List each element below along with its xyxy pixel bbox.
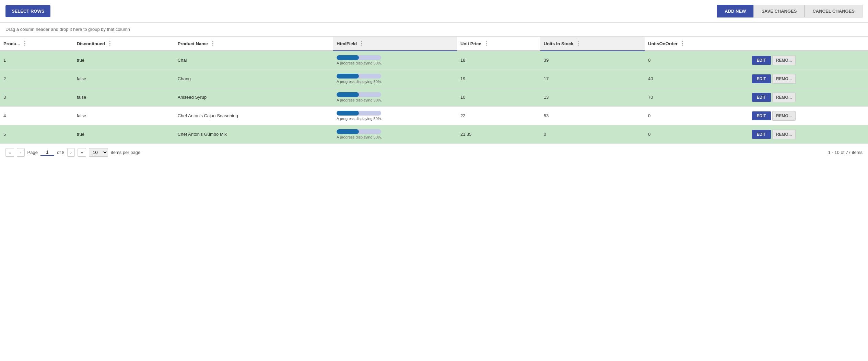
progress-bar-bg <box>337 111 381 116</box>
toolbar-left: SELECT ROWS <box>5 5 50 17</box>
remove-button[interactable]: REMO... <box>772 74 796 84</box>
cell-product-name: Chef Anton's Gumbo Mix <box>174 125 333 144</box>
progress-bar-bg <box>337 74 381 79</box>
progress-bar-fill <box>337 129 359 134</box>
select-rows-button[interactable]: SELECT ROWS <box>5 5 50 17</box>
table-row: 4falseChef Anton's Cajun Seasoning A pro… <box>0 107 868 125</box>
col-menu-icon-html_field[interactable]: ⋮ <box>359 41 364 46</box>
data-table: Produ...⋮Discontinued⋮Product Name⋮HtmlF… <box>0 36 868 144</box>
edit-button[interactable]: EDIT <box>752 56 771 65</box>
cell-discontinued: false <box>73 70 174 88</box>
action-cell: EDIT REMO... <box>752 130 865 139</box>
col-menu-icon-units_on_order[interactable]: ⋮ <box>680 41 685 46</box>
col-header-units_on_order: UnitsOnOrder⋮ <box>645 37 749 51</box>
col-menu-icon-product_name[interactable]: ⋮ <box>210 41 215 46</box>
items-per-page-label: items per page <box>111 150 140 155</box>
cell-units-in-stock: 39 <box>540 51 645 70</box>
progress-bar-fill <box>337 111 359 116</box>
last-page-button[interactable]: » <box>78 148 86 157</box>
col-label-units_on_order: UnitsOnOrder <box>648 41 678 46</box>
cell-html-field: A progress displaying 50%. <box>333 107 457 125</box>
cell-html-field: A progress displaying 50%. <box>333 125 457 144</box>
col-header-html_field: HtmlField⋮ <box>333 37 457 51</box>
col-menu-icon-product_id[interactable]: ⋮ <box>22 41 27 46</box>
action-cell: EDIT REMO... <box>752 93 865 102</box>
progress-container: A progress displaying 50%. <box>337 111 454 121</box>
col-header-actions <box>749 37 868 51</box>
cell-id: 2 <box>0 70 73 88</box>
edit-button[interactable]: EDIT <box>752 130 771 139</box>
remove-button[interactable]: REMO... <box>772 93 796 102</box>
progress-bar-bg <box>337 92 381 97</box>
save-changes-button[interactable]: SAVE CHANGES <box>753 5 805 17</box>
col-header-product_name: Product Name⋮ <box>174 37 333 51</box>
cell-units-on-order: 0 <box>645 125 749 144</box>
col-label-product_id: Produ... <box>3 41 20 46</box>
per-page-select[interactable]: 102050100 <box>89 148 108 157</box>
table-row: 5trueChef Anton's Gumbo Mix A progress d… <box>0 125 868 144</box>
next-page-button[interactable]: › <box>67 148 75 157</box>
remove-button[interactable]: REMO... <box>772 56 796 65</box>
col-header-units_in_stock: Units In Stock⋮ <box>540 37 645 51</box>
action-cell: EDIT REMO... <box>752 74 865 84</box>
edit-button[interactable]: EDIT <box>752 111 771 120</box>
col-menu-icon-unit_price[interactable]: ⋮ <box>483 41 489 46</box>
col-header-discontinued: Discontinued⋮ <box>73 37 174 51</box>
cell-id: 3 <box>0 88 73 107</box>
cell-units-on-order: 0 <box>645 51 749 70</box>
progress-bar-fill <box>337 74 359 79</box>
table-header-row: Produ...⋮Discontinued⋮Product Name⋮HtmlF… <box>0 37 868 51</box>
page-number-input[interactable] <box>40 149 54 156</box>
cell-unit-price: 10 <box>457 88 540 107</box>
table-row: 3falseAniseed Syrup A progress displayin… <box>0 88 868 107</box>
col-menu-icon-units_in_stock[interactable]: ⋮ <box>575 41 581 46</box>
cell-units-in-stock: 53 <box>540 107 645 125</box>
progress-container: A progress displaying 50%. <box>337 92 454 102</box>
progress-container: A progress displaying 50%. <box>337 74 454 84</box>
cell-html-field: A progress displaying 50%. <box>333 88 457 107</box>
action-cell: EDIT REMO... <box>752 111 865 121</box>
cell-product-name: Chai <box>174 51 333 70</box>
toolbar: SELECT ROWS ADD NEW SAVE CHANGES CANCEL … <box>0 0 868 23</box>
progress-label: A progress displaying 50%. <box>337 80 454 84</box>
drag-hint: Drag a column header and drop it here to… <box>0 23 868 36</box>
first-page-button[interactable]: « <box>5 148 14 157</box>
cell-units-on-order: 70 <box>645 88 749 107</box>
table-row: 2falseChang A progress displaying 50%. 1… <box>0 70 868 88</box>
action-cell: EDIT REMO... <box>752 56 865 65</box>
progress-container: A progress displaying 50%. <box>337 129 454 139</box>
cell-unit-price: 22 <box>457 107 540 125</box>
toolbar-right: ADD NEW SAVE CHANGES CANCEL CHANGES <box>717 5 863 17</box>
progress-container: A progress displaying 50%. <box>337 55 454 65</box>
cell-discontinued: true <box>73 125 174 144</box>
cell-units-on-order: 40 <box>645 70 749 88</box>
table-container: Produ...⋮Discontinued⋮Product Name⋮HtmlF… <box>0 36 868 144</box>
progress-bar-fill <box>337 55 359 60</box>
cell-unit-price: 21.35 <box>457 125 540 144</box>
remove-button[interactable]: REMO... <box>772 111 796 121</box>
cell-actions: EDIT REMO... <box>749 70 868 88</box>
cell-discontinued: false <box>73 88 174 107</box>
col-label-units_in_stock: Units In Stock <box>544 41 574 46</box>
progress-label: A progress displaying 50%. <box>337 61 454 65</box>
cell-html-field: A progress displaying 50%. <box>333 70 457 88</box>
cell-units-on-order: 0 <box>645 107 749 125</box>
pagination-summary: 1 - 10 of 77 items <box>828 150 863 155</box>
progress-label: A progress displaying 50%. <box>337 117 454 121</box>
cell-actions: EDIT REMO... <box>749 88 868 107</box>
col-label-unit_price: Unit Price <box>460 41 481 46</box>
remove-button[interactable]: REMO... <box>772 130 796 139</box>
edit-button[interactable]: EDIT <box>752 74 771 83</box>
prev-page-button[interactable]: ‹ <box>17 148 24 157</box>
col-menu-icon-discontinued[interactable]: ⋮ <box>107 41 113 46</box>
page-label: Page <box>27 150 38 155</box>
cell-unit-price: 18 <box>457 51 540 70</box>
edit-button[interactable]: EDIT <box>752 93 771 102</box>
cell-units-in-stock: 13 <box>540 88 645 107</box>
cell-units-in-stock: 17 <box>540 70 645 88</box>
cancel-changes-button[interactable]: CANCEL CHANGES <box>805 5 863 17</box>
cell-actions: EDIT REMO... <box>749 107 868 125</box>
cell-id: 5 <box>0 125 73 144</box>
col-label-product_name: Product Name <box>178 41 208 46</box>
add-new-button[interactable]: ADD NEW <box>717 5 753 17</box>
